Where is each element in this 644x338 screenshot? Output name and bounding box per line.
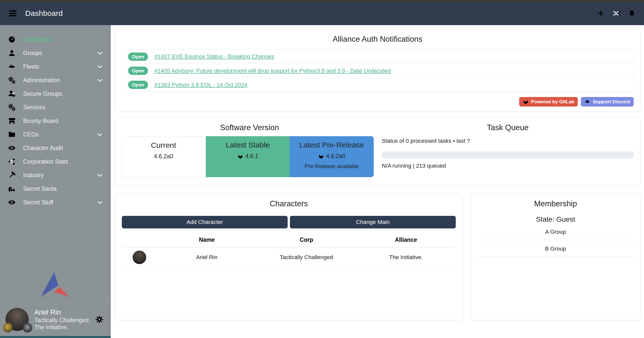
characters-table: Name Corp Alliance Ariel Rin Tactically … [122,233,456,267]
sidebar-item-label: CEOs [23,131,39,138]
current-version-label: Current [151,141,176,150]
list-item: Open #1407 EVE Equinox Status - Breaking… [122,50,633,64]
sidebar-item-label: Industry [23,172,44,179]
characters-panel: Characters Add Character Change Main Nam… [115,194,463,320]
plus-icon[interactable] [597,9,605,17]
shuffle-icon[interactable] [612,9,620,17]
header-name: Name [157,233,257,247]
sidebar-item-groups[interactable]: Groups [0,46,111,60]
latest-prerelease-label: Latest Pre-Release [299,141,364,149]
sidebar-item-secure-groups[interactable]: Secure Groups [0,87,111,101]
sidebar-item-secret-santa[interactable]: Secret Santa [0,182,111,196]
gear-icon[interactable] [95,315,104,324]
list-item: Open #1383 Python 3.8 EOL - 14 Oct 2024 [122,78,633,92]
header-alliance: Alliance [356,233,456,247]
status-badge: Open [128,81,148,89]
sidebar-item-character-audit[interactable]: Character Audit [0,141,111,155]
gifts-icon [8,185,16,193]
chevron-down-icon [96,63,103,70]
notifications-list: Open #1407 EVE Equinox Status - Breaking… [121,49,634,92]
discord-icon [584,99,590,105]
notifications-title: Alliance Auth Notifications [121,35,634,44]
latest-prerelease-version-text: 4.6.2a0 [326,153,346,160]
gears-icon [8,103,16,111]
page-title: Dashboard [25,9,63,18]
sidebar-item-fleets[interactable]: Fleets [0,60,111,73]
sidebar-item-label: Dashboard [23,36,52,43]
user-corp: Tactically Challenged [34,317,89,324]
latest-stable-value: 4.6.1 [237,153,258,160]
sidebar-item-label: Fleets [23,63,39,70]
current-version-box: Current 4.6.2a0 [121,136,206,177]
eye-icon [8,198,16,206]
alliance-logo-badge [23,323,32,332]
notification-link[interactable]: #1407 EVE Equinox Status - Breaking Chan… [155,53,275,60]
table-header-row: Name Corp Alliance [122,233,456,248]
discord-badge-label: Support Discord [593,99,630,105]
chevron-down-icon [96,199,103,206]
header-corp: Corp [257,233,356,247]
sidebar-item-label: Services [23,104,45,111]
membership-title: Membership [478,199,633,208]
sidebar-item-label: Administration [23,77,60,84]
version-boxes: Current 4.6.2a0 Latest Stable 4.6.1 Late… [121,136,374,177]
user-meta: Ariel Rin Tactically Challenged The Init… [34,308,89,331]
gitlab-icon [523,99,529,105]
top-navbar: Dashboard [0,1,644,25]
gitlab-badge-button[interactable]: Powered by GitLab [519,97,578,107]
sidebar-item-label: Character Audit [23,145,63,152]
sidebar-item-label: Secret Santa [23,185,57,192]
character-name: Ariel Rin [157,254,257,261]
sidebar-item-label: Groups [23,50,42,57]
user-icon [8,49,16,57]
navbar-actions [597,9,636,17]
change-main-button[interactable]: Change Main [290,216,456,228]
alliance-logo [40,272,70,298]
menu-icon[interactable] [8,9,18,18]
sidebar-item-corporation-stats[interactable]: Corporation Stats [0,155,111,168]
characters-title: Characters [122,199,456,208]
software-version-section: Software Version Current 4.6.2a0 Latest … [121,123,378,180]
sidebar-item-ceos[interactable]: CEOs [0,128,111,141]
sidebar-item-industry[interactable]: Industry [0,168,111,182]
task-queue-title: Task Queue [382,123,634,132]
discord-badge-button[interactable]: Support Discord [581,97,634,107]
notifications-footer: Powered by GitLab Support Discord [121,97,634,107]
character-buttons: Add Character Change Main [122,216,456,228]
chevron-down-icon [96,50,103,57]
table-row: Ariel Rin Tactically Challenged The Init… [122,248,456,267]
chevron-down-icon [96,77,103,84]
bell-icon[interactable] [628,9,636,17]
status-badge: Open [128,53,148,61]
share-nodes-icon [8,158,16,166]
eye-icon [8,144,16,152]
character-portrait [133,251,146,264]
software-version-title: Software Version [121,123,378,132]
task-queue-status: Status of 0 processed tasks • last ? [382,138,634,144]
user-panel: Ariel Rin Tactically Challenged The Init… [0,304,111,336]
main-content: Alliance Auth Notifications Open #1407 E… [111,25,644,338]
sidebar-item-administration[interactable]: Administration [0,73,111,87]
sidebar-item-services[interactable]: Services [0,101,111,114]
chevron-down-icon [96,131,103,138]
tachometer-icon [8,35,16,43]
software-taskqueue-panel: Software Version Current 4.6.2a0 Latest … [115,117,640,186]
task-queue-counts: N/A running | 213 queued [382,163,634,169]
notification-link[interactable]: #1405 Advisory: Future development will … [155,68,391,74]
sidebar-item-bounty-board[interactable]: Bounty Board [0,114,111,128]
latest-stable-version-text: 4.6.1 [245,153,258,160]
store-icon [8,117,16,125]
add-character-button[interactable]: Add Character [122,216,288,228]
gears-icon [8,76,16,84]
chevron-down-icon [96,172,103,179]
notification-link[interactable]: #1383 Python 3.8 EOL - 14 Oct 2024 [155,82,247,88]
latest-stable-box: Latest Stable 4.6.1 [206,136,290,177]
notifications-panel: Alliance Auth Notifications Open #1407 E… [115,29,640,112]
sidebar-item-secret-stuff[interactable]: Secret Stuff [0,196,111,209]
list-item: A Group [478,223,633,240]
character-corp: Tactically Challenged [257,254,356,261]
list-item: B Group [478,240,633,257]
shuttle-icon [8,63,16,71]
user-lock-icon [8,90,16,98]
sidebar-item-dashboard[interactable]: Dashboard [0,33,111,46]
